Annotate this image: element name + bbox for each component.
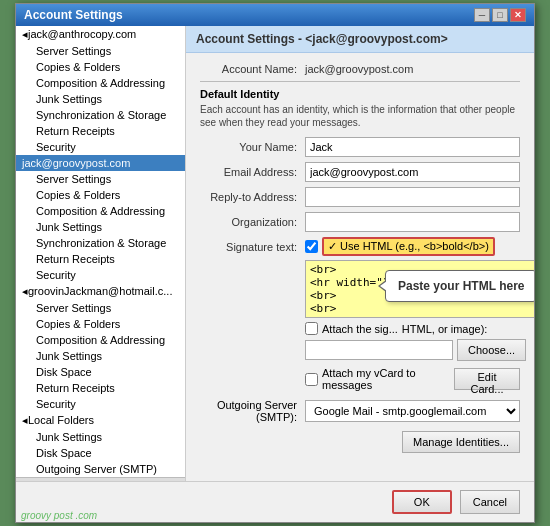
minimize-button[interactable]: ─ xyxy=(474,8,490,22)
sidebar-item-return-2[interactable]: Return Receipts xyxy=(16,251,185,267)
sidebar-item-server-settings-3[interactable]: Server Settings xyxy=(16,300,185,316)
attach-sig-checkbox[interactable] xyxy=(305,322,318,335)
sidebar-account-anthrocopy[interactable]: ◂jack@anthrocopy.com xyxy=(16,26,185,43)
reply-to-label: Reply-to Address: xyxy=(200,191,305,203)
sidebar-item-junk-2[interactable]: Junk Settings xyxy=(16,219,185,235)
use-html-area: ✓ Use HTML (e.g., <b>bold</b>) xyxy=(305,237,495,256)
panel-header: Account Settings - <jack@groovypost.com> xyxy=(186,26,534,53)
sidebar: ◂jack@anthrocopy.com Server Settings Cop… xyxy=(16,26,186,481)
smtp-label: Outgoing Server (SMTP): xyxy=(200,399,305,423)
account-name-value: jack@groovypost.com xyxy=(305,63,413,75)
maximize-button[interactable]: □ xyxy=(492,8,508,22)
smtp-row: Outgoing Server (SMTP): Google Mail - sm… xyxy=(200,399,520,423)
identity-desc: Each account has an identity, which is t… xyxy=(200,103,520,129)
edit-card-button[interactable]: Edit Card... xyxy=(454,368,520,390)
attach-sig-label: Attach the sig... xyxy=(322,323,398,335)
sidebar-item-copies-2[interactable]: Copies & Folders xyxy=(16,187,185,203)
email-row: Email Address: xyxy=(200,162,520,182)
tooltip-bubble: Paste your HTML here xyxy=(385,270,534,302)
sidebar-item-copies-3[interactable]: Copies & Folders xyxy=(16,316,185,332)
sidebar-item-return-1[interactable]: Return Receipts xyxy=(16,123,185,139)
sidebar-item-sync-1[interactable]: Synchronization & Storage xyxy=(16,107,185,123)
vcard-label: Attach my vCard to messages xyxy=(322,367,450,391)
attach-sig-suffix: HTML, or image): xyxy=(402,323,488,335)
signature-row: Signature text: ✓ Use HTML (e.g., <b>bol… xyxy=(200,237,520,256)
title-bar: Account Settings ─ □ ✕ xyxy=(16,4,534,26)
sidebar-item-security-2[interactable]: Security xyxy=(16,267,185,283)
manage-identities-button[interactable]: Manage Identities... xyxy=(402,431,520,453)
organization-input[interactable] xyxy=(305,212,520,232)
sidebar-item-copies-1[interactable]: Copies & Folders xyxy=(16,59,185,75)
dialog-title: Account Settings xyxy=(24,8,123,22)
choose-button[interactable]: Choose... xyxy=(457,339,526,361)
your-name-row: Your Name: xyxy=(200,137,520,157)
vcard-row: Attach my vCard to messages Edit Card... xyxy=(305,367,520,391)
organization-row: Organization: xyxy=(200,212,520,232)
attach-label-area: Attach the sig... HTML, or image): xyxy=(305,322,520,335)
sidebar-account-hotmail[interactable]: ◂groovinJackman@hotmail.c... xyxy=(16,283,185,300)
sidebar-item-junk-1[interactable]: Junk Settings xyxy=(16,91,185,107)
manage-identities-row: Manage Identities... xyxy=(200,431,520,453)
sidebar-item-server-settings-2[interactable]: Server Settings xyxy=(16,171,185,187)
sidebar-item-junk-4[interactable]: Junk Settings xyxy=(16,429,185,445)
sidebar-item-disk-3[interactable]: Disk Space xyxy=(16,364,185,380)
smtp-select[interactable]: Google Mail - smtp.googlemail.com xyxy=(305,400,520,422)
sidebar-account-groovypost[interactable]: jack@groovypost.com xyxy=(16,155,185,171)
vcard-checkbox[interactable] xyxy=(305,373,318,386)
sidebar-item-server-settings-1[interactable]: Server Settings xyxy=(16,43,185,59)
account-name-label: Account Name: xyxy=(200,63,305,75)
sidebar-item-junk-3[interactable]: Junk Settings xyxy=(16,348,185,364)
identity-title: Default Identity xyxy=(200,88,520,100)
your-name-input[interactable] xyxy=(305,137,520,157)
window-controls: ─ □ ✕ xyxy=(474,8,526,22)
sidebar-item-security-3[interactable]: Security xyxy=(16,396,185,412)
separator-1 xyxy=(200,81,520,82)
sidebar-item-composition-1[interactable]: Composition & Addressing xyxy=(16,75,185,91)
main-panel: Account Settings - <jack@groovypost.com>… xyxy=(186,26,534,481)
ok-button[interactable]: OK xyxy=(392,490,452,514)
sidebar-item-security-1[interactable]: Security xyxy=(16,139,185,155)
attach-input-row: Choose... xyxy=(305,339,520,361)
dialog-footer: groovy post .com OK Cancel xyxy=(16,481,534,522)
attach-sig-row: Attach the sig... HTML, or image): xyxy=(200,322,520,335)
watermark: groovy post .com xyxy=(21,510,97,521)
reply-to-input[interactable] xyxy=(305,187,520,207)
sidebar-item-composition-3[interactable]: Composition & Addressing xyxy=(16,332,185,348)
your-name-label: Your Name: xyxy=(200,141,305,153)
close-button[interactable]: ✕ xyxy=(510,8,526,22)
signature-textarea-container: <br> <hr width="100%" size="2">Regards,<… xyxy=(305,260,520,318)
account-actions-bar: Account Actions ▼ xyxy=(16,477,185,481)
dialog-body: ◂jack@anthrocopy.com Server Settings Cop… xyxy=(16,26,534,481)
account-name-row: Account Name: jack@groovypost.com xyxy=(200,63,520,75)
sidebar-item-return-3[interactable]: Return Receipts xyxy=(16,380,185,396)
tooltip-text: Paste your HTML here xyxy=(398,279,524,293)
sidebar-item-disk-4[interactable]: Disk Space xyxy=(16,445,185,461)
reply-to-row: Reply-to Address: xyxy=(200,187,520,207)
organization-label: Organization: xyxy=(200,216,305,228)
sidebar-item-sync-2[interactable]: Synchronization & Storage xyxy=(16,235,185,251)
email-input[interactable] xyxy=(305,162,520,182)
sidebar-item-smtp-4[interactable]: Outgoing Server (SMTP) xyxy=(16,461,185,477)
signature-label: Signature text: xyxy=(200,241,305,253)
email-label: Email Address: xyxy=(200,166,305,178)
use-html-checkbox[interactable] xyxy=(305,240,318,253)
attach-sig-input[interactable] xyxy=(305,340,453,360)
use-html-label: ✓ Use HTML (e.g., <b>bold</b>) xyxy=(322,237,495,256)
sidebar-local-folders[interactable]: ◂Local Folders xyxy=(16,412,185,429)
cancel-button[interactable]: Cancel xyxy=(460,490,520,514)
sidebar-item-composition-2[interactable]: Composition & Addressing xyxy=(16,203,185,219)
